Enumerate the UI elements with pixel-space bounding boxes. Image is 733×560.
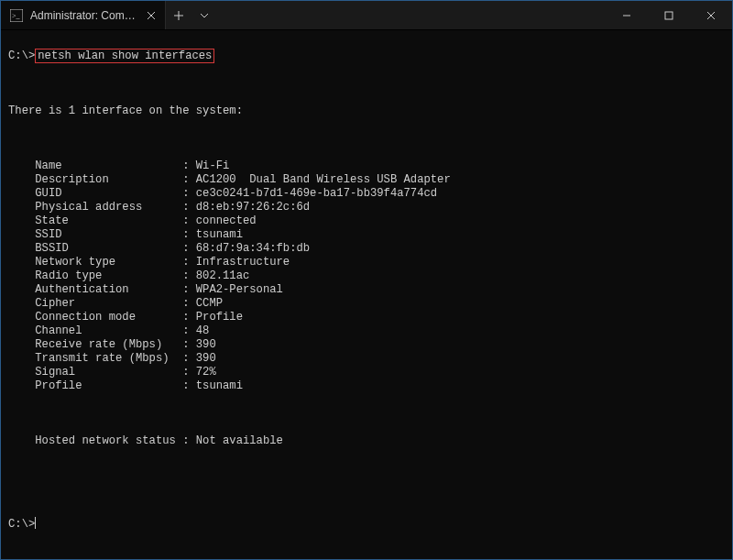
tab-dropdown-button[interactable] (191, 1, 217, 29)
cursor-icon (35, 517, 36, 529)
window-controls (606, 1, 732, 29)
minimize-button[interactable] (606, 1, 648, 29)
output-rows: Name : Wi-Fi Description : AC1200 Dual B… (8, 159, 451, 392)
tab-title: Administrator: Command Promp (30, 9, 137, 22)
new-tab-button[interactable] (166, 1, 191, 29)
close-button[interactable] (690, 1, 732, 29)
prompt-line: C:\>netsh wlan show interfaces (8, 49, 725, 63)
titlebar: >_ Administrator: Command Promp (1, 1, 732, 30)
cmd-icon: >_ (10, 9, 23, 22)
output-header: There is 1 interface on the system: (8, 104, 725, 118)
prompt: C:\> (8, 49, 35, 62)
prompt-line-2: C:\> (8, 517, 725, 532)
tab-close-button[interactable] (145, 9, 158, 22)
hosted-network-line: Hosted network status : Not available (8, 434, 725, 448)
titlebar-left: >_ Administrator: Command Promp (1, 1, 217, 29)
svg-text:>_: >_ (12, 12, 21, 20)
command-highlight: netsh wlan show interfaces (35, 49, 214, 63)
terminal-tab[interactable]: >_ Administrator: Command Promp (1, 1, 166, 29)
maximize-button[interactable] (648, 1, 690, 29)
svg-rect-2 (665, 12, 673, 19)
terminal-output[interactable]: C:\>netsh wlan show interfaces There is … (1, 30, 732, 551)
prompt: C:\> (8, 518, 35, 531)
